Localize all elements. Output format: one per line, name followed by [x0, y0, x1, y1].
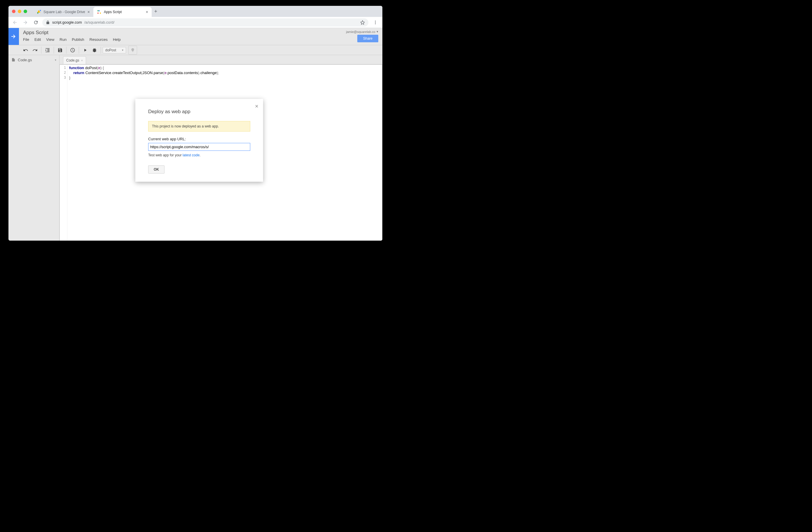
deploy-dialog: × Deploy as web app This project is now …	[135, 99, 263, 182]
svg-point-1	[99, 10, 100, 11]
close-tab-icon[interactable]: ×	[87, 10, 90, 14]
app-logo[interactable]	[9, 28, 19, 45]
back-button[interactable]	[11, 18, 19, 27]
chevron-down-icon: ▾	[122, 48, 124, 52]
chevron-down-icon: ▾	[377, 30, 378, 33]
undo-icon	[23, 47, 28, 53]
maximize-window-button[interactable]	[24, 10, 27, 13]
close-window-button[interactable]	[12, 10, 15, 13]
menu-view[interactable]: View	[46, 37, 54, 42]
indent-icon	[45, 47, 50, 53]
undo-button[interactable]	[21, 46, 30, 55]
user-email-text: jamie@squarelab.co	[346, 30, 375, 33]
user-account[interactable]: jamie@squarelab.co ▾	[346, 30, 378, 33]
menu-resources[interactable]: Resources	[89, 37, 107, 42]
bug-icon	[92, 47, 97, 53]
browser-tab-bar: Square Lab - Google Drive × Apps Script …	[9, 6, 382, 17]
indent-button[interactable]	[43, 46, 52, 55]
star-icon[interactable]	[360, 20, 365, 25]
share-button[interactable]: Share	[357, 35, 378, 42]
menu-help[interactable]: Help	[113, 37, 121, 42]
function-selector[interactable]: doPost ▾	[103, 47, 126, 53]
file-sidebar: Code.gs ▾	[9, 55, 59, 241]
svg-point-0	[98, 13, 99, 14]
lock-icon	[46, 20, 50, 25]
line-number: 3	[60, 75, 66, 80]
line-gutter: 1 2 3	[60, 65, 67, 241]
svg-point-6	[375, 23, 376, 24]
svg-point-2	[100, 13, 101, 14]
deploy-notice: This project is now deployed as a web ap…	[148, 121, 250, 131]
webapp-url-input[interactable]	[148, 143, 250, 151]
test-link-text: Test web app for your latest code.	[148, 153, 250, 157]
tab-title: Apps Script	[104, 10, 121, 14]
url-label: Current web app URL:	[148, 137, 250, 141]
redo-icon	[32, 47, 38, 53]
address-bar: script.google.com/a/squarelab.co/d/	[9, 17, 382, 28]
tab-title: Square Lab - Google Drive	[43, 10, 85, 14]
apps-script-icon	[97, 10, 102, 14]
url-path: /a/squarelab.co/d/	[84, 20, 114, 25]
latest-code-link[interactable]: latest code	[183, 153, 200, 157]
arrow-right-icon	[23, 20, 28, 25]
forward-button[interactable]	[21, 18, 29, 27]
close-icon[interactable]: ×	[81, 59, 83, 62]
app-header: Apps Script File Edit View Run Publish R…	[9, 28, 382, 45]
menu-file[interactable]: File	[23, 37, 29, 42]
save-icon	[57, 47, 63, 53]
dialog-close-button[interactable]: ×	[255, 103, 258, 110]
lightbulb-button[interactable]	[128, 46, 137, 55]
lightbulb-icon	[130, 48, 135, 53]
function-name: doPost	[105, 48, 116, 52]
run-button[interactable]	[81, 46, 89, 55]
minimize-window-button[interactable]	[18, 10, 21, 13]
svg-point-4	[375, 21, 376, 21]
dialog-title: Deploy as web app	[148, 109, 250, 115]
editor-tab-code[interactable]: Code.gs ×	[63, 56, 86, 64]
toolbar: doPost ▾	[9, 45, 382, 55]
menu-bar: File Edit View Run Publish Resources Hel…	[23, 37, 338, 42]
line-number: 2	[60, 70, 66, 75]
url-field[interactable]: script.google.com/a/squarelab.co/d/	[42, 18, 368, 27]
test-prefix: Test web app for your	[148, 153, 183, 157]
debug-button[interactable]	[90, 46, 99, 55]
drive-icon	[37, 10, 41, 14]
menu-publish[interactable]: Publish	[72, 37, 84, 42]
play-icon	[83, 48, 87, 53]
sidebar-file-code[interactable]: Code.gs ▾	[9, 55, 59, 64]
app-title: Apps Script	[23, 30, 338, 35]
reload-button[interactable]	[32, 18, 40, 27]
menu-edit[interactable]: Edit	[34, 37, 41, 42]
menu-run[interactable]: Run	[59, 37, 67, 42]
arrow-left-icon	[12, 20, 17, 25]
dots-vertical-icon	[373, 20, 378, 25]
triggers-button[interactable]	[68, 46, 77, 55]
browser-tab-apps-script[interactable]: Apps Script ×	[93, 7, 152, 17]
redo-button[interactable]	[31, 46, 39, 55]
browser-tab-drive[interactable]: Square Lab - Google Drive ×	[33, 7, 93, 17]
editor-tab-label: Code.gs	[66, 58, 79, 62]
save-button[interactable]	[56, 46, 64, 55]
svg-point-3	[98, 10, 99, 11]
clock-icon	[70, 47, 75, 53]
window-controls	[12, 10, 27, 13]
browser-menu-button[interactable]	[371, 20, 380, 25]
line-number: 1	[60, 65, 66, 70]
file-icon	[11, 58, 15, 62]
svg-point-5	[375, 22, 376, 23]
close-tab-icon[interactable]: ×	[146, 10, 148, 14]
reload-icon	[33, 20, 39, 25]
ok-button[interactable]: OK	[148, 166, 164, 174]
chevron-down-icon[interactable]: ▾	[55, 58, 56, 61]
url-host: script.google.com	[52, 20, 82, 25]
editor-tab-bar: Code.gs ×	[59, 55, 382, 64]
new-tab-button[interactable]: +	[152, 7, 160, 15]
arrow-right-icon	[10, 33, 17, 40]
sidebar-file-label: Code.gs	[18, 58, 32, 62]
